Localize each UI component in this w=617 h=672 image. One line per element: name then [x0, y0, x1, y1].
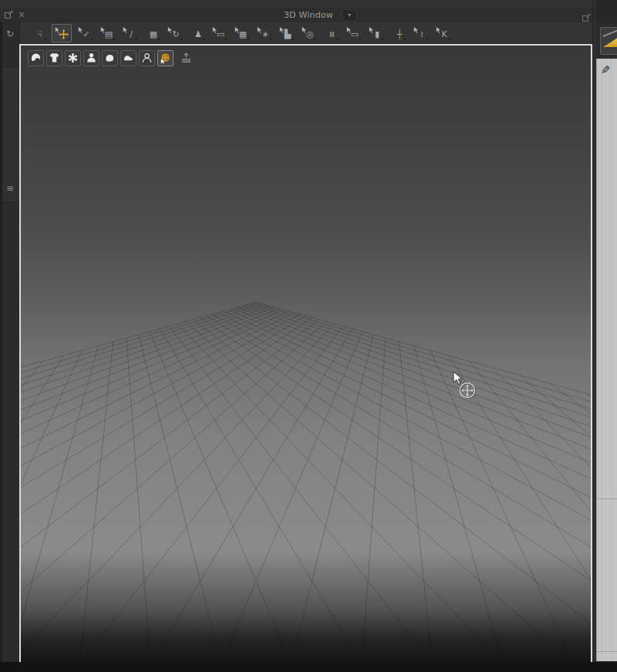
panel-tool-glyph: ▮	[375, 30, 379, 39]
app-root: × 3D Window ▾ ☟✓▤∕▦↻♟▭▦∗▙◎≡▭▮┼≀K ↻ ≡	[0, 0, 617, 672]
shoe-icon[interactable]	[120, 50, 137, 66]
panel-gridline	[602, 59, 602, 661]
surface-selection-tool[interactable]: ✓	[76, 25, 94, 42]
globe-icon[interactable]	[157, 50, 174, 66]
floor-grid	[21, 46, 591, 664]
right-panel-header	[596, 0, 617, 23]
scene-navigator-tool[interactable]: ☟	[29, 25, 48, 42]
pane-menu-dropdown[interactable]: ▾	[342, 9, 357, 22]
lasso-tool-glyph: ≀	[420, 30, 423, 39]
pane-titlebar: × 3D Window ▾	[0, 8, 617, 23]
panel-gridline	[611, 59, 612, 661]
clothing-pair-tool[interactable]: ▦	[143, 25, 161, 42]
figure-pose-tool[interactable]: ♟	[187, 25, 206, 42]
shirt-icon[interactable]	[46, 50, 62, 66]
wardrobe-tool[interactable]: ▤	[98, 25, 116, 42]
boot-fit-tool-glyph: ▙	[285, 30, 291, 39]
figure-pose-tool-glyph: ♟	[194, 30, 202, 39]
gear-icon[interactable]	[65, 50, 81, 66]
tool-toolbar: ☟✓▤∕▦↻♟▭▦∗▙◎≡▭▮┼≀K	[19, 22, 592, 44]
crosshair-tool-glyph: ┼	[397, 30, 403, 39]
head-icon[interactable]	[139, 50, 155, 66]
boot-fit-tool[interactable]: ▙	[277, 25, 295, 42]
spray-tool[interactable]: ∗	[255, 25, 273, 42]
panel-divider	[597, 651, 617, 652]
zipper-tool-glyph: ≡	[329, 31, 337, 38]
window-bottom-edge	[0, 662, 617, 672]
crosshair-tool[interactable]: ┼	[389, 25, 407, 42]
toolbar-separator	[24, 25, 25, 41]
grid-snap-tool[interactable]: ▦	[232, 25, 251, 42]
ramp-triangle-button[interactable]	[600, 27, 617, 55]
panel-tool[interactable]: ▮	[366, 25, 385, 42]
pen-tool-icon[interactable]: ✎	[601, 63, 611, 77]
wand-tool[interactable]: ∕	[120, 25, 139, 42]
glove-icon[interactable]	[102, 50, 118, 66]
refresh-icon[interactable]: ↻	[4, 29, 16, 40]
panel-divider	[597, 498, 617, 499]
zipper-tool[interactable]: ≡	[322, 25, 340, 42]
walk-tool[interactable]: K	[433, 25, 452, 42]
right-side-panel: ✎	[592, 0, 617, 672]
rotate-node-tool[interactable]: ↻	[165, 25, 184, 42]
universal-move-tool[interactable]	[52, 24, 72, 42]
clothing-pair-tool-glyph: ▦	[150, 30, 157, 39]
viewport-content-toolbar	[28, 50, 194, 66]
scene-navigator-tool-glyph: ☟	[38, 30, 43, 39]
hair-icon[interactable]	[28, 50, 44, 66]
ramp-line	[602, 29, 617, 37]
plane-tool[interactable]: ▭	[344, 25, 362, 42]
walk-tool-glyph: K	[441, 30, 447, 39]
wand-tool-glyph: ∕	[130, 30, 133, 39]
undock-icon[interactable]	[582, 14, 591, 22]
pane-title: 3D Window	[0, 10, 617, 20]
figure-icon[interactable]	[83, 50, 99, 66]
circle-select-tool[interactable]: ◎	[299, 25, 318, 42]
lasso-tool[interactable]: ≀	[411, 25, 430, 42]
right-light-panel[interactable]: ✎	[596, 59, 617, 661]
list-options-icon[interactable]: ≡	[4, 183, 16, 194]
ramp-triangle-icon	[603, 36, 617, 47]
left-side-rail: ↻ ≡	[0, 22, 20, 662]
ladder-icon[interactable]	[178, 50, 194, 66]
viewport-3d-canvas[interactable]	[19, 44, 592, 665]
box-select-tool[interactable]: ▭	[210, 25, 228, 42]
